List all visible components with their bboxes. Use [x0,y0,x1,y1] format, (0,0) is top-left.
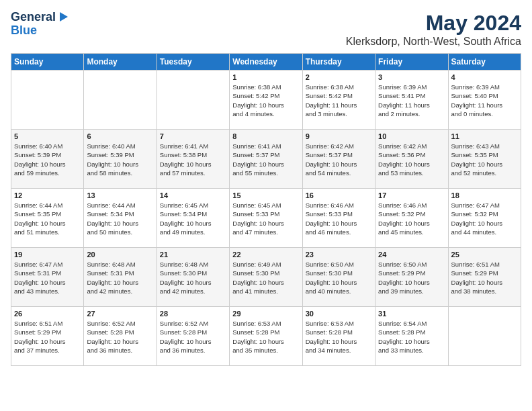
cell-info: Sunrise: 6:41 AM Sunset: 5:38 PM Dayligh… [160,142,226,177]
day-number: 6 [87,132,153,140]
week-row-4: 19Sunrise: 6:47 AM Sunset: 5:31 PM Dayli… [11,248,521,307]
cell-info: Sunrise: 6:47 AM Sunset: 5:32 PM Dayligh… [451,201,518,236]
calendar-cell: 27Sunrise: 6:52 AM Sunset: 5:28 PM Dayli… [84,307,157,366]
calendar-cell: 30Sunrise: 6:53 AM Sunset: 5:28 PM Dayli… [302,307,375,366]
cell-info: Sunrise: 6:44 AM Sunset: 5:35 PM Dayligh… [14,201,81,236]
day-number: 31 [378,310,445,318]
calendar-cell: 9Sunrise: 6:42 AM Sunset: 5:37 PM Daylig… [302,130,375,189]
cell-info: Sunrise: 6:38 AM Sunset: 5:42 PM Dayligh… [232,83,299,118]
weekday-header-row: SundayMondayTuesdayWednesdayThursdayFrid… [11,54,521,71]
calendar-cell [84,71,157,130]
weekday-header-tuesday: Tuesday [157,54,229,71]
calendar-cell: 14Sunrise: 6:45 AM Sunset: 5:34 PM Dayli… [157,189,229,248]
calendar-cell: 23Sunrise: 6:50 AM Sunset: 5:30 PM Dayli… [302,248,375,307]
calendar-cell: 6Sunrise: 6:40 AM Sunset: 5:39 PM Daylig… [84,130,157,189]
cell-info: Sunrise: 6:46 AM Sunset: 5:32 PM Dayligh… [378,201,445,236]
cell-info: Sunrise: 6:39 AM Sunset: 5:41 PM Dayligh… [378,83,445,118]
cell-info: Sunrise: 6:43 AM Sunset: 5:35 PM Dayligh… [451,142,518,177]
day-number: 24 [378,250,445,259]
cell-info: Sunrise: 6:51 AM Sunset: 5:29 PM Dayligh… [451,260,518,295]
calendar-cell: 19Sunrise: 6:47 AM Sunset: 5:31 PM Dayli… [11,248,84,307]
cell-info: Sunrise: 6:44 AM Sunset: 5:34 PM Dayligh… [87,201,153,236]
subtitle: Klerksdorp, North-West, South Africa [346,36,521,48]
calendar-cell: 5Sunrise: 6:40 AM Sunset: 5:39 PM Daylig… [11,130,84,189]
cell-info: Sunrise: 6:40 AM Sunset: 5:39 PM Dayligh… [14,142,81,177]
weekday-header-friday: Friday [375,54,448,71]
day-number: 8 [232,132,299,140]
cell-info: Sunrise: 6:48 AM Sunset: 5:31 PM Dayligh… [87,260,153,295]
calendar-cell: 15Sunrise: 6:45 AM Sunset: 5:33 PM Dayli… [230,189,302,248]
day-number: 26 [14,310,81,318]
cell-info: Sunrise: 6:48 AM Sunset: 5:30 PM Dayligh… [160,260,226,295]
week-row-1: 1Sunrise: 6:38 AM Sunset: 5:42 PM Daylig… [11,71,521,130]
cell-info: Sunrise: 6:39 AM Sunset: 5:40 PM Dayligh… [451,83,518,118]
cell-info: Sunrise: 6:42 AM Sunset: 5:36 PM Dayligh… [378,142,445,177]
weekday-header-sunday: Sunday [11,54,84,71]
calendar-cell: 25Sunrise: 6:51 AM Sunset: 5:29 PM Dayli… [448,248,521,307]
cell-info: Sunrise: 6:38 AM Sunset: 5:42 PM Dayligh… [306,83,372,118]
calendar-cell: 13Sunrise: 6:44 AM Sunset: 5:34 PM Dayli… [84,189,157,248]
weekday-header-monday: Monday [84,54,157,71]
weekday-header-wednesday: Wednesday [230,54,302,71]
calendar-cell: 12Sunrise: 6:44 AM Sunset: 5:35 PM Dayli… [11,189,84,248]
calendar-cell: 26Sunrise: 6:51 AM Sunset: 5:29 PM Dayli… [11,307,84,366]
calendar-cell: 18Sunrise: 6:47 AM Sunset: 5:32 PM Dayli… [448,189,521,248]
calendar-cell: 1Sunrise: 6:38 AM Sunset: 5:42 PM Daylig… [230,71,302,130]
day-number: 25 [451,250,518,259]
logo: General Blue [11,11,69,38]
calendar-cell: 21Sunrise: 6:48 AM Sunset: 5:30 PM Dayli… [157,248,229,307]
cell-info: Sunrise: 6:46 AM Sunset: 5:33 PM Dayligh… [306,201,372,236]
svg-marker-0 [60,12,68,21]
day-number: 21 [160,250,226,259]
day-number: 10 [378,132,445,140]
calendar-cell: 4Sunrise: 6:39 AM Sunset: 5:40 PM Daylig… [448,71,521,130]
day-number: 22 [232,250,299,259]
day-number: 17 [378,191,445,199]
day-number: 29 [232,310,299,318]
day-number: 13 [87,191,153,199]
day-number: 2 [306,73,372,81]
cell-info: Sunrise: 6:47 AM Sunset: 5:31 PM Dayligh… [14,260,81,295]
calendar-cell: 22Sunrise: 6:49 AM Sunset: 5:30 PM Dayli… [230,248,302,307]
cell-info: Sunrise: 6:50 AM Sunset: 5:29 PM Dayligh… [378,260,445,295]
day-number: 9 [306,132,372,140]
day-number: 28 [160,310,226,318]
cell-info: Sunrise: 6:52 AM Sunset: 5:28 PM Dayligh… [160,319,226,355]
cell-info: Sunrise: 6:45 AM Sunset: 5:33 PM Dayligh… [232,201,299,236]
logo-icon [57,11,69,23]
calendar-cell: 3Sunrise: 6:39 AM Sunset: 5:41 PM Daylig… [375,71,448,130]
calendar-cell: 17Sunrise: 6:46 AM Sunset: 5:32 PM Dayli… [375,189,448,248]
day-number: 4 [451,73,518,81]
cell-info: Sunrise: 6:51 AM Sunset: 5:29 PM Dayligh… [14,319,81,355]
day-number: 15 [232,191,299,199]
calendar-cell [448,307,521,366]
cell-info: Sunrise: 6:54 AM Sunset: 5:28 PM Dayligh… [378,319,445,355]
day-number: 23 [306,250,372,259]
cell-info: Sunrise: 6:49 AM Sunset: 5:30 PM Dayligh… [232,260,299,295]
calendar-cell: 20Sunrise: 6:48 AM Sunset: 5:31 PM Dayli… [84,248,157,307]
weekday-header-thursday: Thursday [302,54,375,71]
cell-info: Sunrise: 6:40 AM Sunset: 5:39 PM Dayligh… [87,142,153,177]
calendar-cell: 24Sunrise: 6:50 AM Sunset: 5:29 PM Dayli… [375,248,448,307]
calendar-cell: 16Sunrise: 6:46 AM Sunset: 5:33 PM Dayli… [302,189,375,248]
title-block: May 2024 Klerksdorp, North-West, South A… [346,11,521,48]
day-number: 16 [306,191,372,199]
cell-info: Sunrise: 6:42 AM Sunset: 5:37 PM Dayligh… [306,142,372,177]
calendar-cell: 31Sunrise: 6:54 AM Sunset: 5:28 PM Dayli… [375,307,448,366]
cell-info: Sunrise: 6:41 AM Sunset: 5:37 PM Dayligh… [232,142,299,177]
cell-info: Sunrise: 6:53 AM Sunset: 5:28 PM Dayligh… [306,319,372,355]
calendar-cell [11,71,84,130]
day-number: 1 [232,73,299,81]
day-number: 12 [14,191,81,199]
calendar-cell: 7Sunrise: 6:41 AM Sunset: 5:38 PM Daylig… [157,130,229,189]
week-row-3: 12Sunrise: 6:44 AM Sunset: 5:35 PM Dayli… [11,189,521,248]
day-number: 7 [160,132,226,140]
calendar-cell: 8Sunrise: 6:41 AM Sunset: 5:37 PM Daylig… [230,130,302,189]
calendar-cell: 11Sunrise: 6:43 AM Sunset: 5:35 PM Dayli… [448,130,521,189]
main-title: May 2024 [346,11,521,36]
cell-info: Sunrise: 6:50 AM Sunset: 5:30 PM Dayligh… [306,260,372,295]
calendar-cell: 10Sunrise: 6:42 AM Sunset: 5:36 PM Dayli… [375,130,448,189]
calendar-cell: 2Sunrise: 6:38 AM Sunset: 5:42 PM Daylig… [302,71,375,130]
week-row-2: 5Sunrise: 6:40 AM Sunset: 5:39 PM Daylig… [11,130,521,189]
cell-info: Sunrise: 6:52 AM Sunset: 5:28 PM Dayligh… [87,319,153,355]
